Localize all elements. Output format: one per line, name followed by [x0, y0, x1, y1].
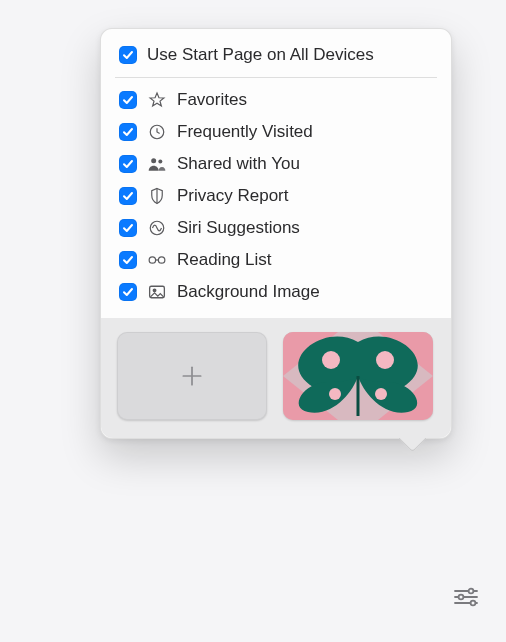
option-shared-with-you[interactable]: Shared with You — [101, 148, 451, 180]
option-frequently-visited[interactable]: Frequently Visited — [101, 116, 451, 148]
background-thumbnails — [101, 318, 451, 438]
svg-point-9 — [158, 160, 162, 164]
svg-point-24 — [329, 388, 341, 400]
plus-icon — [179, 363, 205, 389]
clock-icon — [147, 122, 167, 142]
option-privacy-report[interactable]: Privacy Report — [101, 180, 451, 212]
option-label: Siri Suggestions — [177, 218, 300, 238]
star-icon — [147, 90, 167, 110]
svg-point-25 — [375, 388, 387, 400]
svg-point-3 — [459, 595, 464, 600]
svg-point-22 — [322, 351, 340, 369]
divider — [115, 77, 437, 78]
option-label: Privacy Report — [177, 186, 288, 206]
option-label: Favorites — [177, 90, 247, 110]
checkbox[interactable] — [119, 123, 137, 141]
checkbox[interactable] — [119, 91, 137, 109]
checkbox[interactable] — [119, 46, 137, 64]
butterfly-thumbnail-art — [283, 332, 433, 420]
option-use-start-page-all-devices[interactable]: Use Start Page on All Devices — [101, 41, 451, 77]
sliders-icon — [453, 587, 479, 607]
start-page-settings-popover: Use Start Page on All Devices Favorites … — [100, 28, 452, 439]
checkbox[interactable] — [119, 283, 137, 301]
option-favorites[interactable]: Favorites — [101, 84, 451, 116]
svg-point-23 — [376, 351, 394, 369]
settings-button[interactable] — [448, 582, 484, 612]
svg-point-1 — [469, 589, 474, 594]
option-label: Frequently Visited — [177, 122, 313, 142]
option-label: Use Start Page on All Devices — [147, 45, 374, 65]
svg-point-11 — [149, 257, 155, 263]
glasses-icon — [147, 250, 167, 270]
checkbox[interactable] — [119, 155, 137, 173]
option-label: Shared with You — [177, 154, 300, 174]
option-siri-suggestions[interactable]: Siri Suggestions — [101, 212, 451, 244]
svg-point-14 — [153, 289, 156, 292]
siri-icon — [147, 218, 167, 238]
option-label: Reading List — [177, 250, 272, 270]
svg-point-12 — [158, 257, 164, 263]
checkbox[interactable] — [119, 251, 137, 269]
checkbox[interactable] — [119, 219, 137, 237]
svg-marker-6 — [150, 93, 164, 106]
checkbox[interactable] — [119, 187, 137, 205]
shield-icon — [147, 186, 167, 206]
svg-point-8 — [151, 158, 156, 163]
svg-point-5 — [471, 601, 476, 606]
option-background-image[interactable]: Background Image — [101, 276, 451, 308]
option-reading-list[interactable]: Reading List — [101, 244, 451, 276]
image-icon — [147, 282, 167, 302]
people-icon — [147, 154, 167, 174]
background-preset-butterfly[interactable] — [283, 332, 433, 420]
add-background-button[interactable] — [117, 332, 267, 420]
option-label: Background Image — [177, 282, 320, 302]
